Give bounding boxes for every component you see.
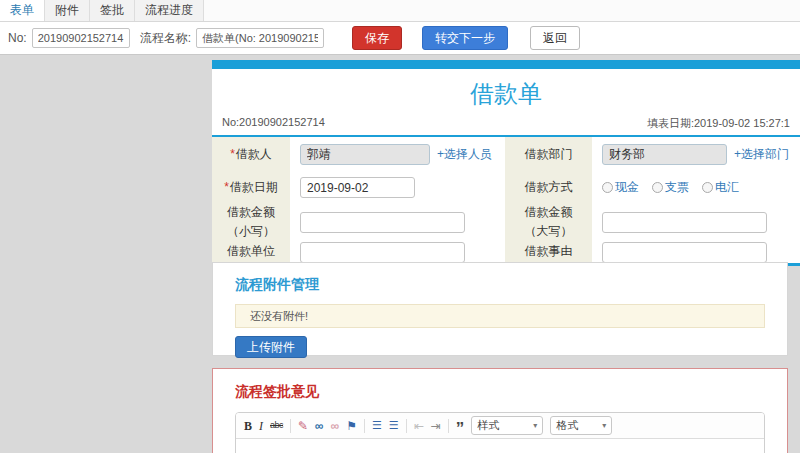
attachments-title: 流程附件管理 <box>235 276 765 294</box>
method-label-text: 借款方式 <box>525 178 573 197</box>
unit-label: 借款单位 <box>212 241 290 263</box>
approval-panel: 流程签批意见 B I abc ✎ ∞ ∞ ⚑ ☰ ☰ ⇤ ⇥ <box>212 368 788 453</box>
form-meta: No:20190902152714 填表日期:2019-09-02 15:27:… <box>212 115 800 135</box>
borrower-input[interactable] <box>300 144 430 165</box>
radio-label-cheque: 支票 <box>665 179 689 196</box>
transfer-next-button[interactable]: 转交下一步 <box>422 26 508 50</box>
screen: 表单 附件 签批 流程进度 No: 流程名称: 保存 转交下一步 返回 借款单 … <box>0 0 800 453</box>
workspace: 借款单 No:20190902152714 填表日期:2019-09-02 15… <box>0 55 800 453</box>
strikethrough-icon[interactable]: abc <box>270 421 283 430</box>
radio-label-cash: 现金 <box>615 179 639 196</box>
no-input[interactable] <box>32 28 130 48</box>
blockquote-icon[interactable]: ” <box>456 419 465 432</box>
date-input[interactable] <box>300 177 415 198</box>
department-label: 借款部门 <box>505 137 592 172</box>
no-label: No: <box>8 31 27 45</box>
upload-attachment-button[interactable]: 上传附件 <box>235 336 307 358</box>
attachments-panel: 流程附件管理 还没有附件! 上传附件 <box>212 262 788 356</box>
borrower-label: * 借款人 <box>212 137 290 172</box>
reason-label: 借款事由 <box>505 241 592 263</box>
back-button[interactable]: 返回 <box>530 26 580 50</box>
amount-small-label-text: 借款金额（小写） <box>222 203 280 241</box>
attachments-empty-message: 还没有附件! <box>235 304 765 328</box>
amount-big-label: 借款金额（大写） <box>505 203 592 241</box>
method-field: 现金 支票 电汇 <box>592 172 800 203</box>
date-field <box>290 172 505 203</box>
save-button[interactable]: 保存 <box>352 26 402 50</box>
chevron-down-icon: ▾ <box>533 421 537 430</box>
remove-format-icon[interactable]: ✎ <box>298 420 308 432</box>
tab-approval[interactable]: 签批 <box>90 0 135 21</box>
reason-label-text: 借款事由 <box>525 242 573 261</box>
radio-option-cheque[interactable]: 支票 <box>652 179 689 196</box>
toolbar-separator <box>364 419 365 433</box>
amount-big-input[interactable] <box>602 212 767 233</box>
loan-form-fields: * 借款人 +选择人员 借款部门 +选择部门 * 借款日期 <box>212 137 800 263</box>
amount-small-field <box>290 203 505 241</box>
unlink-icon[interactable]: ∞ <box>331 420 340 432</box>
italic-icon[interactable]: I <box>259 420 263 432</box>
amount-small-input[interactable] <box>300 212 465 233</box>
method-label: 借款方式 <box>505 172 592 203</box>
reason-field <box>592 241 800 263</box>
select-person-link[interactable]: +选择人员 <box>437 146 492 163</box>
department-field: +选择部门 <box>592 137 800 172</box>
styles-dropdown[interactable]: 样式 ▾ <box>471 416 543 435</box>
toolbar-separator <box>406 419 407 433</box>
tab-progress[interactable]: 流程进度 <box>135 0 204 21</box>
form-date-text: 填表日期:2019-09-02 15:27:1 <box>647 116 790 131</box>
rich-text-editor: B I abc ✎ ∞ ∞ ⚑ ☰ ☰ ⇤ ⇥ ” <box>235 412 765 453</box>
tab-form[interactable]: 表单 <box>0 0 45 21</box>
anchor-flag-icon[interactable]: ⚑ <box>346 420 357 432</box>
styles-dropdown-label: 样式 <box>477 418 499 433</box>
bold-icon[interactable]: B <box>244 420 252 432</box>
date-label-text: 借款日期 <box>230 178 278 197</box>
link-icon[interactable]: ∞ <box>315 420 324 432</box>
amount-small-label: 借款金额（小写） <box>212 203 290 241</box>
outdent-icon[interactable]: ⇤ <box>414 420 424 432</box>
bulleted-list-icon[interactable]: ☰ <box>389 420 399 431</box>
format-dropdown-label: 格式 <box>556 418 578 433</box>
toolbar-separator <box>290 419 291 433</box>
approval-title: 流程签批意见 <box>235 383 765 401</box>
radio-label-wire: 电汇 <box>715 179 739 196</box>
radio-option-wire[interactable]: 电汇 <box>702 179 739 196</box>
unit-field <box>290 241 505 263</box>
borrower-label-text: 借款人 <box>236 145 272 164</box>
department-input[interactable] <box>602 144 727 165</box>
date-label: * 借款日期 <box>212 172 290 203</box>
format-dropdown[interactable]: 格式 ▾ <box>550 416 612 435</box>
editor-toolbar: B I abc ✎ ∞ ∞ ⚑ ☰ ☰ ⇤ ⇥ ” <box>236 413 764 439</box>
radio-icon[interactable] <box>602 182 613 193</box>
borrower-field: +选择人员 <box>290 137 505 172</box>
indent-icon[interactable]: ⇥ <box>431 420 441 432</box>
required-asterisk: * <box>230 145 235 164</box>
loan-form-panel: 借款单 No:20190902152714 填表日期:2019-09-02 15… <box>212 60 800 266</box>
process-name-input[interactable] <box>196 28 324 48</box>
form-no-text: No:20190902152714 <box>222 116 325 131</box>
process-name-label: 流程名称: <box>140 30 191 47</box>
required-asterisk: * <box>224 178 229 197</box>
amount-big-label-text: 借款金额（大写） <box>515 203 582 241</box>
unit-input[interactable] <box>300 242 465 263</box>
chevron-down-icon: ▾ <box>602 421 606 430</box>
unit-label-text: 借款单位 <box>227 242 275 261</box>
form-title: 借款单 <box>212 69 800 115</box>
toolbar: No: 流程名称: 保存 转交下一步 返回 <box>0 22 800 55</box>
radio-icon[interactable] <box>702 182 713 193</box>
amount-big-field <box>592 203 800 241</box>
tab-attachments[interactable]: 附件 <box>45 0 90 21</box>
department-label-text: 借款部门 <box>525 145 573 164</box>
tab-bar: 表单 附件 签批 流程进度 <box>0 0 800 22</box>
reason-input[interactable] <box>602 242 767 263</box>
panel-top-bar <box>212 60 800 69</box>
select-department-link[interactable]: +选择部门 <box>734 146 789 163</box>
editor-content-area[interactable] <box>236 439 764 453</box>
radio-option-cash[interactable]: 现金 <box>602 179 639 196</box>
toolbar-separator <box>448 419 449 433</box>
radio-icon[interactable] <box>652 182 663 193</box>
numbered-list-icon[interactable]: ☰ <box>372 420 382 431</box>
